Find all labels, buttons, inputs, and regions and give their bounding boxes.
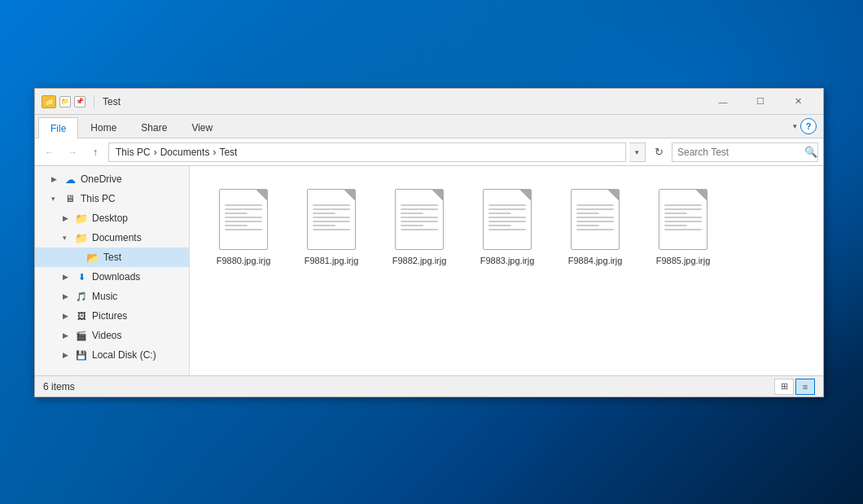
sidebar-item-onedrive[interactable]: ▶ ☁ OneDrive (35, 169, 189, 189)
file-icon-line (488, 225, 511, 226)
file-icon (659, 189, 707, 250)
search-icon-button[interactable]: 🔍 (804, 142, 817, 162)
sidebar-item-test[interactable]: 📂 Test (35, 248, 189, 267)
sidebar-item-desktop[interactable]: ▶ 📁 Desktop (35, 208, 189, 228)
tab-file[interactable]: File (38, 117, 78, 138)
file-icon-line (225, 208, 262, 210)
file-icon-line (225, 204, 262, 206)
downloads-icon: ⬇ (74, 270, 89, 284)
item-count: 6 items (43, 381, 774, 392)
file-icon-line (401, 221, 438, 222)
file-icon-container (479, 186, 536, 252)
file-icon-line (401, 213, 423, 214)
file-area: F9880.jpg.irjg F9881.jpg.irjg F9882.jpg.… (190, 166, 823, 375)
file-icon-line (576, 221, 614, 222)
sidebar-item-documents[interactable]: ▾ 📁 Documents (35, 228, 189, 248)
expand-arrow-pictures: ▶ (63, 312, 74, 320)
path-sep-2: › (212, 147, 216, 158)
file-name: F9880.jpg.irjg (217, 255, 271, 266)
sidebar-label-documents: Documents (92, 232, 142, 243)
refresh-button[interactable]: ↻ (649, 142, 668, 162)
videos-icon: 🎬 (74, 328, 89, 343)
desktop-icon: 📁 (74, 211, 89, 226)
sidebar-item-local-disk[interactable]: ▶ 💾 Local Disk (C:) (35, 345, 189, 365)
sidebar-item-music[interactable]: ▶ 🎵 Music (35, 287, 189, 306)
address-bar: ← → ↑ This PC › Documents › Test ▾ ↻ 🔍 (35, 138, 823, 166)
file-icon-line (488, 213, 511, 214)
file-icon-line (488, 217, 526, 218)
tab-view[interactable]: View (179, 116, 225, 138)
file-icon-line (664, 208, 702, 210)
file-icon-line (313, 225, 335, 226)
file-icon-line (225, 229, 262, 230)
title-bar-separator (94, 95, 94, 108)
forward-button[interactable]: → (63, 142, 82, 162)
expand-arrow-local-disk: ▶ (63, 351, 74, 359)
maximize-button[interactable]: ☐ (742, 89, 779, 115)
file-icon-line (225, 225, 248, 226)
file-icon-line (576, 229, 614, 230)
file-icon (307, 189, 356, 250)
up-button[interactable]: ↑ (85, 142, 105, 162)
file-icon-line (664, 225, 687, 226)
expand-arrow-music: ▶ (63, 292, 74, 300)
path-segment-1: Documents (160, 147, 210, 158)
help-button[interactable]: ? (800, 118, 817, 134)
view-grid-button[interactable]: ⊞ (774, 379, 794, 395)
window-title: Test (103, 96, 699, 107)
file-icon-line (401, 204, 438, 206)
folder-icon-2: 📁 (59, 96, 71, 107)
file-item[interactable]: F9883.jpg.irjg (467, 179, 548, 274)
file-item[interactable]: F9882.jpg.irjg (379, 179, 460, 274)
path-segment-2: Test (219, 147, 237, 158)
file-icon-line (313, 229, 350, 230)
expand-arrow-this-pc: ▾ (51, 195, 63, 203)
file-icon-line (576, 213, 599, 214)
file-icon-line (576, 217, 614, 218)
back-button[interactable]: ← (40, 142, 59, 162)
sidebar-label-music: Music (92, 291, 117, 302)
file-icon-lines (220, 204, 267, 230)
view-list-button[interactable]: ≡ (795, 379, 815, 395)
path-segment-0: This PC (116, 147, 151, 158)
sidebar-label-videos: Videos (92, 330, 121, 341)
file-name: F9882.jpg.irjg (392, 255, 447, 266)
address-dropdown[interactable]: ▾ (629, 142, 646, 162)
window-controls: — ☐ ✕ (704, 89, 817, 115)
file-item[interactable]: F9880.jpg.irjg (203, 179, 284, 274)
sidebar-label-local-disk: Local Disk (C:) (92, 349, 156, 361)
tab-share[interactable]: Share (129, 116, 179, 138)
sidebar-item-downloads[interactable]: ▶ ⬇ Downloads (35, 267, 189, 287)
minimize-button[interactable]: — (704, 89, 742, 115)
file-icon-lines (572, 204, 619, 230)
sidebar-label-this-pc: This PC (81, 193, 116, 204)
sidebar-label-onedrive: OneDrive (81, 173, 122, 185)
file-item[interactable]: F9885.jpg.irjg (642, 179, 724, 274)
file-item[interactable]: F9881.jpg.irjg (291, 179, 372, 274)
sidebar-item-this-pc[interactable]: ▾ 🖥 This PC (35, 189, 189, 208)
file-icon-container (391, 186, 448, 252)
file-icon (395, 189, 444, 250)
sidebar-item-pictures[interactable]: ▶ 🖼 Pictures (35, 306, 189, 326)
ribbon-tabs: File Home Share View ▾ ? (35, 115, 823, 138)
close-button[interactable]: ✕ (779, 89, 817, 115)
file-icon-line (664, 204, 702, 206)
sidebar-item-videos[interactable]: ▶ 🎬 Videos (35, 326, 189, 345)
file-icon-line (313, 208, 350, 210)
file-item[interactable]: F9884.jpg.irjg (554, 179, 636, 274)
file-icon-line (313, 213, 335, 214)
search-box: 🔍 (672, 142, 818, 162)
onedrive-icon: ☁ (63, 172, 77, 186)
search-input[interactable] (672, 143, 804, 161)
sidebar: ▶ ☁ OneDrive ▾ 🖥 This PC ▶ 📁 Desktop ▾ 📁… (35, 166, 190, 375)
tab-home[interactable]: Home (78, 116, 129, 138)
file-icon-lines (659, 204, 707, 230)
folder-icon-1: 📁 (42, 95, 56, 108)
sidebar-label-desktop: Desktop (92, 213, 128, 224)
file-icon-line (225, 217, 262, 218)
file-icon-line (664, 221, 702, 222)
file-icon-line (576, 225, 599, 226)
file-icon-lines (484, 204, 531, 230)
address-path[interactable]: This PC › Documents › Test (108, 142, 626, 162)
file-icon-line (576, 204, 614, 206)
